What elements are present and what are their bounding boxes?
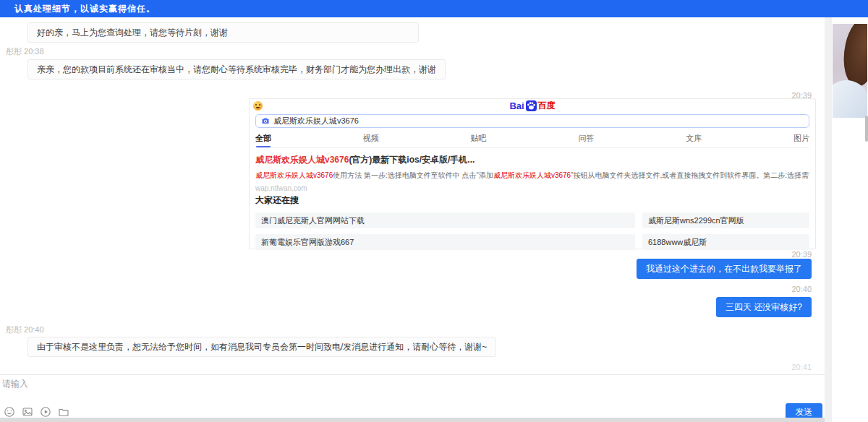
chat-window: 认真处理细节，以诚实赢得信任。 好的亲，马上为您查询处理，请您等待片刻，谢谢 彤… bbox=[0, 0, 868, 422]
agent-message: 好的亲，马上为您查询处理，请您等待片刻，谢谢 bbox=[27, 22, 419, 43]
result-url: wap.ntlwan.com bbox=[255, 184, 809, 192]
folder-icon[interactable] bbox=[57, 405, 70, 418]
scrollbar-thumb[interactable] bbox=[865, 116, 868, 142]
tab-image: 图片 bbox=[793, 133, 809, 147]
tab-video: 视频 bbox=[363, 133, 379, 147]
tab-qa: 问答 bbox=[578, 133, 594, 147]
baidu-tabs: 全部 视频 贴吧 问答 文库 图片 bbox=[255, 133, 809, 148]
baidu-paw-icon bbox=[526, 100, 537, 111]
sender-timestamp: 彤彤 20:40 bbox=[6, 324, 44, 335]
notice-banner: 认真处理细节，以诚实赢得信任。 bbox=[0, 0, 868, 17]
search-query: 威尼斯欢乐娱人城v3676 bbox=[273, 116, 359, 126]
image-icon[interactable] bbox=[21, 405, 34, 418]
related-item: 威斯尼斯wns2299cn官网版 bbox=[642, 212, 809, 228]
composer: 发送 bbox=[0, 374, 825, 422]
timestamp-partial: 20:41 bbox=[791, 363, 812, 371]
video-icon[interactable] bbox=[39, 405, 52, 418]
agent-message: 由于审核不是这里负责，恕无法给予您时间，如有消息我司专员会第一时间致电/发消息进… bbox=[27, 337, 496, 357]
result-description: 威尼斯欢乐娱人城v3676使用方法 第一步:选择电脑文件至软件中 点击“添加威尼… bbox=[255, 171, 809, 181]
result-title: 威尼斯欢乐娱人城v3676(官方)最新下载ios/安卓版/手机... bbox=[255, 154, 809, 166]
result-title-rest: (官方)最新下载ios/安卓版/手机... bbox=[349, 155, 475, 165]
baidu-logo-du-text: 百度 bbox=[538, 100, 556, 112]
timestamp: 20:40 bbox=[791, 285, 812, 293]
message-input[interactable] bbox=[0, 375, 550, 401]
timestamp: 20:39 bbox=[791, 250, 812, 259]
tab-wenku: 文库 bbox=[686, 133, 702, 147]
desc-text: 使用方法 第一步:选择电脑文件至软件中 点击“添加 bbox=[333, 171, 493, 179]
tab-all: 全部 bbox=[255, 133, 271, 147]
related-searches: 大家还在搜 澳门威尼克斯人官网网站下载 威斯尼斯wns2299cn官网版 新葡電… bbox=[255, 194, 809, 250]
related-item: 新葡電娱乐官网版游戏667 bbox=[255, 234, 635, 250]
baidu-screenshot-message[interactable]: Bai 百度 bbox=[249, 98, 816, 249]
message-list: 好的亲，马上为您查询处理，请您等待片刻，谢谢 彤彤 20:38 亲亲，您的款项目… bbox=[0, 17, 825, 374]
related-item: 6188www威尼斯 bbox=[642, 234, 809, 250]
composer-toolbar bbox=[3, 405, 70, 418]
emoji-icon[interactable] bbox=[3, 405, 16, 418]
camera-icon bbox=[261, 115, 270, 128]
sender-timestamp: 彤彤 20:38 bbox=[6, 46, 44, 57]
tab-tieba: 贴吧 bbox=[471, 133, 487, 147]
baidu-logo: Bai 百度 bbox=[250, 100, 815, 112]
right-sidebar bbox=[832, 17, 868, 422]
result-title-highlight: 威尼斯欢乐娱人城v3676 bbox=[255, 155, 349, 165]
baidu-search-box: 威尼斯欢乐娱人城v3676 bbox=[255, 114, 809, 128]
related-heading: 大家还在搜 bbox=[255, 194, 809, 207]
baidu-logo-bai-text: Bai bbox=[509, 100, 524, 111]
desc-highlight: 威尼斯欢乐娱人城v3676 bbox=[493, 171, 571, 179]
related-item: 澳门威尼克斯人官网网站下载 bbox=[255, 212, 635, 228]
desc-text: ”按钮从电脑文件夹选择文件,或者直接拖拽文件到软件界面。第二步:选择需要转换..… bbox=[571, 171, 809, 179]
photo-hair-shape bbox=[838, 24, 867, 89]
panel-divider bbox=[825, 17, 832, 422]
agent-message: 亲亲，您的款项目前系统还在审核当中，请您耐心等待系统审核完毕，财务部门才能为您办… bbox=[27, 59, 446, 79]
user-message: 三四天 还没审核好? bbox=[716, 297, 812, 317]
user-message: 我通过这个进去的，在不出款我要举报了 bbox=[637, 259, 812, 279]
desc-highlight: 威尼斯欢乐娱人城v3676 bbox=[255, 171, 333, 179]
search-result: 威尼斯欢乐娱人城v3676(官方)最新下载ios/安卓版/手机... 威尼斯欢乐… bbox=[255, 154, 809, 192]
agent-photo[interactable] bbox=[833, 24, 867, 118]
bottom-scroll-strip[interactable] bbox=[0, 418, 825, 422]
